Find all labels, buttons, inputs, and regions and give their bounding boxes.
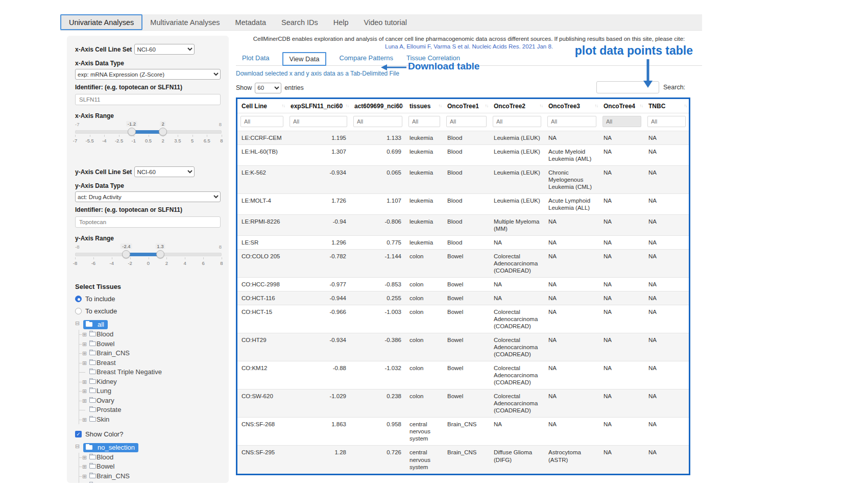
nav-tab-multivariate-analyses[interactable]: Multivariate Analyses [142, 14, 227, 30]
table-row[interactable]: CO:COLO 205-0.782-1.144colonBowelColorec… [237, 250, 689, 278]
column-header-act609699-nci60[interactable]: act609699_nci60↑↓ [350, 99, 405, 113]
column-header-oncotree4[interactable]: OncoTree4↑↓ [599, 99, 644, 113]
expand-icon[interactable]: ⊞ [82, 386, 87, 396]
tissues-include-option[interactable]: To include [75, 295, 221, 303]
collapse-icon[interactable]: ⊟ [75, 320, 80, 327]
y-axis-cell-line-set-select[interactable]: NCI-60 [134, 166, 195, 177]
filter-input-oncotree4[interactable] [602, 116, 641, 127]
tree-item-skin[interactable]: ⊞Skin [79, 415, 221, 424]
expand-icon[interactable]: ⊞ [82, 415, 87, 425]
tree-root-all[interactable]: ⊟all [75, 320, 221, 330]
nav-tab-video-tutorial[interactable]: Video tutorial [356, 14, 415, 30]
sort-icon[interactable]: ↑↓ [684, 103, 688, 108]
table-row[interactable]: CO:HCT-116-0.9440.255colonBowelNANANANA [237, 291, 689, 305]
table-row[interactable]: CO:HT29-0.934-0.386colonBowelColorectal … [237, 333, 689, 361]
exclude-radio[interactable] [75, 308, 82, 314]
expand-icon[interactable]: ⊞ [82, 462, 87, 472]
nav-tab-metadata[interactable]: Metadata [228, 14, 274, 30]
show-color-checkbox[interactable]: ✓ [75, 431, 82, 437]
show-color-option[interactable]: ✓ Show Color? [75, 430, 221, 438]
expand-icon[interactable]: ⊞ [82, 377, 87, 387]
expand-icon[interactable]: ⊞ [82, 349, 87, 358]
x-axis-cell-line-set-select[interactable]: NCI-60 [134, 44, 195, 55]
tree-item-breast-triple-negative[interactable]: Breast Triple Negative [79, 368, 221, 377]
x-axis-range-slider[interactable]: -78-1.22-7-5.5-4-2.5-10.523.556.58 [75, 121, 222, 146]
column-header-cell-line[interactable]: Cell Line↑↓ [237, 99, 286, 113]
slider-track[interactable] [75, 130, 222, 134]
column-header-oncotree3[interactable]: OncoTree3↑↓ [544, 99, 599, 113]
expand-icon[interactable]: ⊞ [82, 481, 87, 483]
sort-icon[interactable]: ↑↓ [595, 103, 598, 108]
filter-input-cell-line[interactable] [240, 116, 283, 127]
cell-oncotree4: NA [599, 145, 644, 166]
sort-icon[interactable]: ↑↓ [485, 103, 489, 108]
y-axis-range-slider[interactable]: -88-2.41.3-8-6-4-202468 [75, 244, 222, 269]
sort-icon[interactable]: ↑↓ [439, 103, 442, 108]
x-axis-identifier-input[interactable] [75, 94, 221, 105]
tree-item-bowel[interactable]: ⊞Bowel [79, 462, 221, 472]
table-row[interactable]: LE:RPMI-8226-0.94-0.806leukemiaBloodMult… [237, 215, 689, 236]
table-row[interactable]: CNS:SF-2951.280.726central nervous syste… [237, 446, 689, 474]
sort-icon[interactable]: ↑↓ [282, 103, 285, 108]
expand-icon[interactable]: ⊞ [82, 339, 87, 349]
column-header-oncotree2[interactable]: OncoTree2↑↓ [490, 99, 544, 113]
nav-tab-search-ids[interactable]: Search IDs [274, 14, 326, 30]
filter-input-oncotree3[interactable] [547, 116, 596, 127]
tree-item-blood[interactable]: ⊞Blood [79, 330, 221, 339]
tab-view-data[interactable]: View Data [282, 52, 326, 66]
tree-item-kidney[interactable]: ⊞Kidney [79, 377, 221, 387]
expand-icon[interactable]: ⊞ [82, 472, 87, 481]
filter-input-tnbc[interactable] [647, 116, 686, 127]
expand-icon[interactable]: ⊞ [82, 396, 87, 406]
collapse-icon[interactable]: ⊟ [75, 443, 80, 450]
tree-item-ovary[interactable]: ⊞Ovary [79, 396, 221, 406]
sort-icon[interactable]: ↑↓ [640, 103, 643, 108]
table-row[interactable]: CO:HCT-15-0.966-1.003colonBowelColorecta… [237, 305, 689, 333]
tab-plot-data[interactable]: Plot Data [242, 54, 269, 62]
y-axis-data-type-select[interactable]: act: Drug Activity [75, 191, 221, 202]
table-row[interactable]: LE:SR1.2960.775leukemiaBloodNANANANA [237, 236, 689, 250]
table-row[interactable]: LE:K-562-0.9340.065leukemiaBloodLeukemia… [237, 166, 689, 194]
filter-input-expslfn11-nci60[interactable] [290, 116, 347, 127]
nav-tab-univariate-analyses[interactable]: Univariate Analyses [60, 14, 142, 30]
sort-icon[interactable]: ↑↓ [401, 103, 404, 108]
filter-input-act609699-nci60[interactable] [353, 116, 402, 127]
table-row[interactable]: CO:KM12-0.88-1.032colonBowelColorectal A… [237, 361, 689, 389]
tree-item-breast[interactable]: ⊞Breast [79, 358, 221, 368]
table-row[interactable]: LE:MOLT-41.7261.107leukemiaBloodLeukemia… [237, 194, 689, 215]
download-link[interactable]: Download selected x and y axis data as a… [236, 70, 399, 77]
filter-input-oncotree1[interactable] [446, 116, 487, 127]
x-axis-data-type-select[interactable]: exp: mRNA Expression (Z-Score) [75, 69, 221, 80]
tree-item-bowel[interactable]: ⊞Bowel [79, 339, 221, 349]
table-row[interactable]: LE:CCRF-CEM1.1951.133leukemiaBloodLeukem… [237, 131, 689, 145]
tree-item-breast[interactable]: ⊞Breast [79, 481, 221, 483]
table-row[interactable]: CO:SW-620-1.0290.238colonBowelColorectal… [237, 389, 689, 418]
column-header-tissues[interactable]: tissues↑↓ [405, 99, 443, 113]
slider-track[interactable] [75, 253, 222, 256]
sort-icon[interactable]: ↑↓ [346, 103, 349, 108]
table-row[interactable]: CNS:SF-2681.8630.958central nervous syst… [237, 418, 689, 446]
tree-item-brain-cns[interactable]: ⊞Brain_CNS [79, 472, 221, 481]
column-header-oncotree1[interactable]: OncoTree1↑↓ [443, 99, 490, 113]
filter-input-oncotree2[interactable] [493, 116, 541, 127]
tissues-exclude-option[interactable]: To exclude [75, 307, 221, 315]
tree-root-no-selection[interactable]: ⊟no_selection [75, 443, 221, 453]
tree-item-brain-cns[interactable]: ⊞Brain_CNS [79, 349, 221, 358]
filter-input-tissues[interactable] [408, 116, 440, 127]
tree-item-lung[interactable]: ⊞Lung [79, 386, 221, 396]
expand-icon[interactable]: ⊞ [82, 453, 87, 462]
tree-item-blood[interactable]: ⊞Blood [79, 453, 221, 462]
table-row[interactable]: LE:HL-60(TB)1.3070.699leukemiaBloodLeuke… [237, 145, 689, 166]
tree-item-prostate[interactable]: Prostate [79, 405, 221, 415]
table-row[interactable]: CO:HCC-2998-0.977-0.853colonBowelNANANAN… [237, 278, 689, 291]
nav-tab-help[interactable]: Help [326, 14, 356, 30]
sort-icon[interactable]: ↑↓ [540, 103, 543, 108]
expand-icon[interactable]: ⊞ [82, 358, 87, 368]
expand-icon[interactable]: ⊞ [82, 330, 87, 339]
y-axis-identifier-input[interactable] [75, 216, 221, 228]
include-radio[interactable] [75, 296, 82, 302]
tab-compare-patterns[interactable]: Compare Patterns [340, 54, 394, 62]
column-header-tnbc[interactable]: TNBC↑↓ [644, 99, 689, 113]
entries-select[interactable]: 60 [255, 83, 281, 93]
column-header-expslfn11-nci60[interactable]: expSLFN11_nci60↑↓ [286, 99, 350, 113]
